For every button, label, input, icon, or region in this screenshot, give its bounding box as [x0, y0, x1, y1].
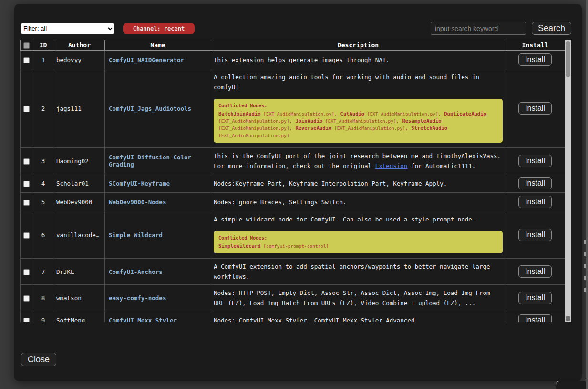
nodes-table: IDAuthorNameDescriptionInstall 1bedovyyC… — [20, 40, 565, 322]
install-button[interactable]: Install — [518, 265, 552, 278]
conflicted-nodes-title: Conflicted Nodes: — [218, 103, 498, 109]
row-checkbox[interactable] — [23, 181, 30, 187]
node-name-link[interactable]: ComfyUI_Jags_Audiotools — [109, 105, 191, 112]
channel-badge: Channel: recent — [123, 23, 195, 34]
node-name-link[interactable]: ComfyUI Diffusion Color Grading — [109, 154, 191, 168]
node-name-link[interactable]: ComfyUI_Mexx_Styler — [109, 317, 177, 323]
node-description: A collection amazing audio tools for wor… — [214, 72, 503, 92]
row-checkbox[interactable] — [23, 158, 30, 165]
row-checkbox[interactable] — [23, 318, 30, 323]
row-checkbox[interactable] — [23, 200, 30, 206]
install-button[interactable]: Install — [518, 177, 552, 189]
node-name-link[interactable]: ComfyUI-Anchors — [109, 268, 163, 275]
custom-nodes-manager-dialog: Filter: all Channel: recent Search IDAut… — [14, 4, 582, 381]
node-description: Nodes: ComfyUI Mexx Styler, ComfyUI Mexx… — [214, 315, 503, 323]
table-scrollbar[interactable] — [565, 40, 571, 322]
row-checkbox[interactable] — [23, 57, 30, 63]
node-description: A ComfyUI extension to add spatial ancho… — [214, 262, 503, 282]
node-row: 9SoftMengComfyUI_Mexx_StylerNodes: Comfy… — [21, 311, 565, 323]
node-row: 6vanillacode314Simple WildcardA simple w… — [21, 211, 565, 259]
node-author: jags111 — [54, 69, 105, 148]
node-id: 4 — [32, 174, 54, 193]
column-header-check — [21, 40, 32, 51]
page-scrollbar[interactable] — [586, 0, 588, 389]
filter-select[interactable]: Filter: all — [21, 23, 114, 34]
node-author: Haoming02 — [54, 148, 105, 174]
install-button[interactable]: Install — [518, 102, 552, 115]
install-button[interactable]: Install — [518, 229, 552, 241]
conflicted-nodes-title: Conflicted Nodes: — [218, 235, 498, 242]
node-description: This extension helps generate images thr… — [214, 55, 503, 65]
install-button[interactable]: Install — [518, 155, 552, 167]
install-button[interactable]: Install — [518, 53, 552, 66]
node-row: 1bedovyyComfyUI_NAIDGeneratorThis extens… — [21, 51, 565, 69]
row-checkbox[interactable] — [23, 269, 30, 275]
conflicted-nodes-list: SimpleWildcard [comfyui-prompt-control] — [218, 242, 498, 250]
node-id: 5 — [32, 193, 54, 211]
node-row: 7DrJKLComfyUI-AnchorsA ComfyUI extension… — [21, 259, 565, 285]
node-author: Scholar01 — [54, 174, 105, 193]
node-author: SoftMeng — [54, 311, 105, 323]
column-header-install: Install — [505, 40, 565, 51]
row-checkbox[interactable] — [23, 295, 30, 302]
conflicted-nodes-list: BatchJoinAudio [EXT_AudioManipulation.py… — [218, 110, 498, 139]
node-id: 8 — [32, 285, 54, 311]
node-id: 2 — [32, 69, 54, 148]
node-row: 3Haoming02ComfyUI Diffusion Color Gradin… — [21, 148, 565, 174]
row-checkbox[interactable] — [23, 232, 30, 239]
node-row: 5WebDev9000WebDev9000-NodesNodes:Ignore … — [21, 193, 565, 211]
column-header-author: Author — [54, 40, 105, 51]
node-description: This is the ComfyUI port of the joint re… — [214, 151, 503, 171]
nodes-table-viewport: IDAuthorNameDescriptionInstall 1bedovyyC… — [20, 40, 565, 322]
description-link[interactable]: Extension — [375, 162, 408, 169]
column-header-desc: Description — [211, 40, 505, 51]
node-description: Nodes:Ignore Braces, Settings Switch. — [214, 197, 503, 207]
select-all-checkbox[interactable] — [23, 42, 30, 49]
install-button[interactable]: Install — [518, 196, 552, 208]
node-id: 7 — [32, 259, 54, 285]
column-header-name: Name — [105, 40, 211, 51]
node-description: A simple wildcard node for ComfyUI. Can … — [214, 214, 503, 224]
background-clipped-button[interactable] — [556, 381, 588, 389]
node-row: 4Scholar01SComfyUI-KeyframeNodes:Keyfram… — [21, 174, 565, 193]
search-button[interactable]: Search — [532, 22, 571, 35]
conflicted-nodes-box: Conflicted Nodes:BatchJoinAudio [EXT_Aud… — [214, 99, 503, 143]
node-row: 2jags111ComfyUI_Jags_AudiotoolsA collect… — [21, 69, 565, 148]
node-id: 6 — [32, 211, 54, 259]
node-author: bedovyy — [54, 51, 105, 69]
table-header-row: IDAuthorNameDescriptionInstall — [21, 40, 565, 51]
node-name-link[interactable]: ComfyUI_NAIDGenerator — [109, 56, 184, 63]
row-checkbox[interactable] — [23, 106, 30, 112]
node-author: wmatson — [54, 285, 105, 311]
node-description: Nodes: HTTP POST, Empty Dict, Assoc Str,… — [214, 288, 503, 308]
node-author: WebDev9000 — [54, 193, 105, 211]
node-author: vanillacode314 — [54, 211, 105, 259]
node-name-link[interactable]: WebDev9000-Nodes — [109, 199, 166, 206]
nodes-table-body: 1bedovyyComfyUI_NAIDGeneratorThis extens… — [21, 51, 565, 323]
close-button[interactable]: Close — [21, 353, 56, 366]
column-header-id: ID — [32, 40, 54, 51]
scrollbar-thumb[interactable] — [566, 41, 570, 77]
node-id: 9 — [32, 311, 54, 323]
node-name-link[interactable]: easy-comfy-nodes — [109, 294, 166, 302]
node-row: 8wmatsoneasy-comfy-nodesNodes: HTTP POST… — [21, 285, 565, 311]
node-description: Nodes:Keyframe Part, Keyframe Interpolat… — [214, 179, 503, 189]
search-input[interactable] — [431, 22, 526, 35]
node-name-link[interactable]: SComfyUI-Keyframe — [109, 180, 170, 187]
scrollbar-down-arrow[interactable] — [566, 316, 570, 321]
node-id: 3 — [32, 148, 54, 174]
node-author: DrJKL — [54, 259, 105, 285]
node-id: 1 — [32, 51, 54, 69]
toolbar: Filter: all Channel: recent Search — [21, 22, 571, 35]
install-button[interactable]: Install — [518, 314, 552, 322]
conflicted-nodes-box: Conflicted Nodes:SimpleWildcard [comfyui… — [214, 231, 503, 253]
install-button[interactable]: Install — [518, 292, 552, 304]
node-name-link[interactable]: Simple Wildcard — [109, 231, 163, 239]
